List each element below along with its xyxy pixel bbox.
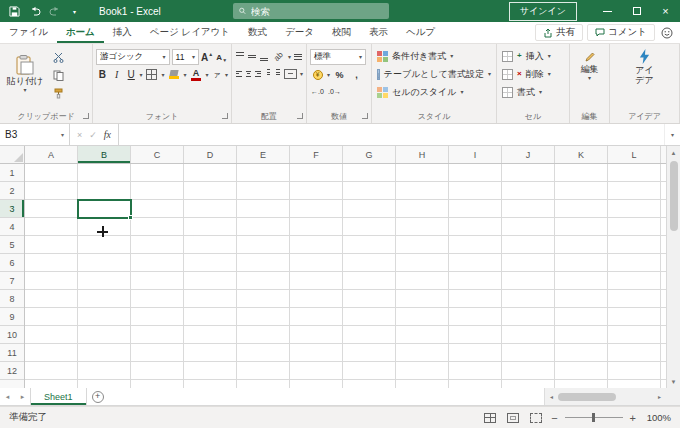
search-box[interactable] [233,3,389,19]
select-all-button[interactable] [0,146,25,164]
align-middle-icon[interactable] [247,51,257,62]
alignment-dialog-launcher[interactable] [297,113,303,119]
scroll-down-button[interactable]: ▼ [667,375,680,388]
cut-button[interactable] [51,50,66,65]
increase-decimal-button[interactable]: ←.0 [310,84,325,99]
borders-button[interactable] [144,67,159,82]
column-header[interactable]: K [555,146,608,163]
sheet-nav-right[interactable]: ▸ [15,388,30,405]
zoom-slider[interactable] [565,417,623,418]
column-header[interactable]: C [131,146,184,163]
column-header[interactable]: H [396,146,449,163]
number-dialog-launcher[interactable] [362,113,368,119]
name-box[interactable]: B3 ▾ [0,124,70,145]
zoom-slider-thumb[interactable] [592,413,595,422]
vertical-scroll-thumb[interactable] [670,161,678,231]
shrink-font-button[interactable]: A▼ [215,50,228,65]
row-header[interactable]: 5 [0,236,24,254]
percent-style-button[interactable]: % [332,67,347,82]
cell-grid[interactable] [25,164,666,388]
copy-button[interactable] [51,68,66,83]
tab-page-layout[interactable]: ページ レイアウト [141,22,239,43]
save-button[interactable] [6,2,23,20]
column-header-selected[interactable]: B [78,146,131,163]
column-header[interactable]: I [449,146,502,163]
fill-color-dropdown[interactable]: ▾ [183,72,186,78]
ideas-button[interactable]: アイデア [613,49,676,86]
font-color-button[interactable]: A [189,67,204,82]
underline-button[interactable]: U [125,67,137,82]
column-header[interactable]: J [502,146,555,163]
scroll-up-button[interactable]: ▲ [667,146,680,159]
row-header[interactable]: 4 [0,218,24,236]
phonetic-guide-dropdown[interactable]: ▾ [225,72,228,78]
row-header[interactable]: 9 [0,308,24,326]
column-header[interactable]: G [343,146,396,163]
sheet-nav-left[interactable]: ◂ [0,388,15,405]
search-input[interactable] [251,6,383,17]
phonetic-guide-button[interactable]: ァ [211,67,223,82]
scroll-right-button[interactable]: ▸ [653,393,666,400]
zoom-level[interactable]: 100% [643,412,671,423]
fill-handle[interactable] [128,215,133,220]
tab-review[interactable]: 校閲 [323,22,360,43]
wrap-text-icon[interactable] [293,51,303,62]
format-painter-button[interactable] [51,86,66,101]
underline-dropdown[interactable]: ▾ [139,72,142,78]
row-header[interactable]: 2 [0,182,24,200]
formula-input[interactable] [119,124,664,145]
row-header-selected[interactable]: 3 [0,200,24,218]
column-header[interactable]: F [290,146,343,163]
editing-button[interactable]: 編集 ▾ [573,51,606,81]
comments-button[interactable]: コメント [587,24,655,41]
new-sheet-button[interactable]: + [87,388,109,405]
column-header[interactable]: L [608,146,661,163]
font-name-combo[interactable]: 游ゴシック▾ [96,49,170,65]
feedback-button[interactable] [659,25,675,41]
paste-button[interactable]: 貼り付け ▾ [3,47,47,101]
align-top-icon[interactable] [235,51,245,62]
tab-insert[interactable]: 挿入 [104,22,141,43]
row-header[interactable]: 10 [0,326,24,344]
row-header[interactable]: 7 [0,272,24,290]
borders-dropdown[interactable]: ▾ [161,72,164,78]
row-header[interactable]: 12 [0,362,24,380]
column-header[interactable]: E [237,146,290,163]
tab-help[interactable]: ヘルプ [397,22,444,43]
selected-cell-b3[interactable] [77,199,132,219]
row-header[interactable]: 1 [0,164,24,182]
page-break-view-button[interactable] [528,411,544,425]
orientation-dropdown[interactable]: ▾ [288,54,291,60]
cancel-button[interactable]: × [77,130,82,140]
horizontal-scrollbar[interactable]: ◂ ▸ [544,388,666,405]
row-header[interactable]: 11 [0,344,24,362]
tab-view[interactable]: 表示 [360,22,397,43]
expand-formula-bar-button[interactable]: ▾ [664,124,680,145]
maximize-button[interactable] [622,0,651,22]
align-bottom-icon[interactable] [259,51,269,62]
zoom-in-button[interactable]: + [630,412,636,424]
horizontal-scroll-thumb[interactable] [558,393,616,401]
merge-center-dropdown[interactable]: ▾ [300,71,303,77]
italic-button[interactable]: I [110,67,122,82]
conditional-formatting-button[interactable]: 条件付き書式 ▾ [375,47,493,65]
grow-font-button[interactable]: A▲ [201,50,214,65]
merge-center-button[interactable] [283,66,298,81]
page-layout-view-button[interactable] [505,411,521,425]
align-right-icon[interactable] [254,68,262,79]
fill-color-button[interactable] [166,67,181,82]
number-format-combo[interactable]: 標準▾ [310,49,366,65]
column-header[interactable]: A [25,146,78,163]
tab-data[interactable]: データ [276,22,323,43]
row-header[interactable]: 6 [0,254,24,272]
zoom-out-button[interactable]: − [551,412,557,424]
enter-button[interactable]: ✓ [89,130,97,140]
decrease-decimal-button[interactable]: .0→ [327,84,342,99]
comma-style-button[interactable]: , [349,67,364,82]
bold-button[interactable]: B [96,67,108,82]
font-dialog-launcher[interactable] [222,113,228,119]
normal-view-button[interactable] [482,411,498,425]
increase-indent-icon[interactable] [273,68,281,79]
insert-function-button[interactable]: fx [104,129,111,140]
close-button[interactable]: × [651,0,680,22]
